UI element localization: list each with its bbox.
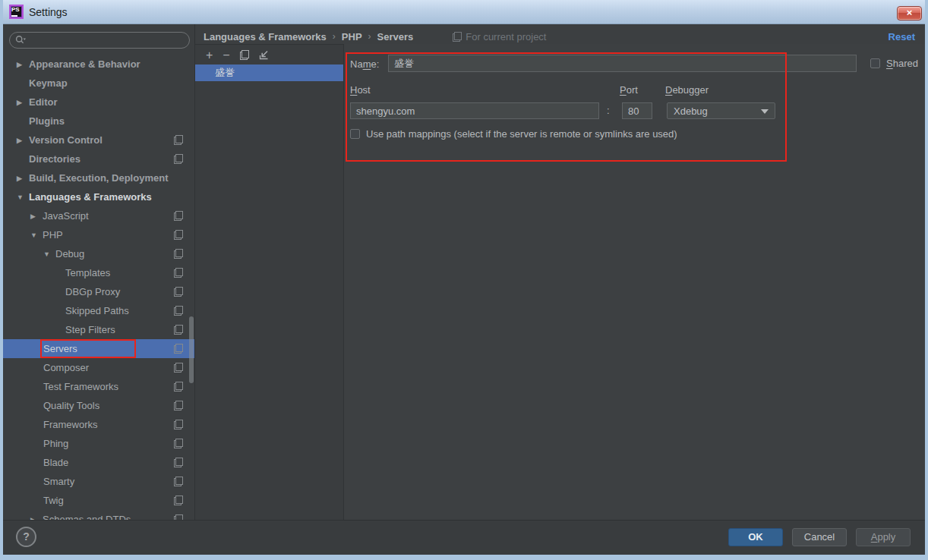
apply-button[interactable]: Apply <box>856 528 911 546</box>
sidebar-item-schemas-and-dtds[interactable]: ▶Schemas and DTDs <box>3 510 194 520</box>
current-project-icon <box>174 211 183 221</box>
help-button[interactable]: ? <box>16 527 36 547</box>
chevron-right-icon: ▶ <box>17 99 29 106</box>
sidebar-item-composer[interactable]: Composer <box>3 358 194 377</box>
current-project-icon <box>174 514 183 520</box>
sidebar-item-servers[interactable]: Servers <box>3 339 194 358</box>
sidebar-item-frameworks[interactable]: Frameworks <box>3 415 194 434</box>
sidebar-item-languages-frameworks[interactable]: ▼Languages & Frameworks <box>3 187 194 206</box>
scope-note: For current project <box>453 31 546 42</box>
dropdown-arrow-icon <box>761 109 769 114</box>
add-server-button[interactable]: + <box>206 50 213 60</box>
search-icon <box>15 35 27 46</box>
shared-checkbox-row: Shared <box>870 58 918 69</box>
debugger-label: Debugger <box>665 84 709 96</box>
sidebar-item-appearance-behavior[interactable]: ▶Appearance & Behavior <box>3 55 194 74</box>
question-icon: ? <box>23 530 30 543</box>
name-label: Name: <box>350 58 379 70</box>
current-project-icon <box>453 32 462 42</box>
copy-icon <box>240 50 249 60</box>
breadcrumb-separator-icon: › <box>333 31 336 42</box>
host-label: Host <box>350 84 371 96</box>
sidebar-item-editor[interactable]: ▶Editor <box>3 93 194 112</box>
port-field[interactable] <box>622 102 652 119</box>
sidebar-item-skipped-paths[interactable]: Skipped Paths <box>3 301 194 320</box>
current-project-icon <box>174 268 183 278</box>
close-icon: × <box>907 7 913 18</box>
settings-main-panel: Languages & Frameworks › PHP › Servers F… <box>195 24 925 520</box>
debugger-select[interactable]: Xdebug <box>667 102 775 119</box>
sidebar-item-keymap[interactable]: Keymap <box>3 74 194 93</box>
sidebar-item-build-execution-deployment[interactable]: ▶Build, Execution, Deployment <box>3 168 194 187</box>
import-from-deployment-button[interactable] <box>259 50 269 60</box>
current-project-icon <box>174 439 183 448</box>
sidebar-item-php[interactable]: ▼PHP <box>3 225 194 244</box>
breadcrumb-languages-frameworks[interactable]: Languages & Frameworks <box>204 31 327 42</box>
name-field[interactable] <box>388 55 857 72</box>
current-project-icon <box>174 401 183 411</box>
dialog-footer: ? OK Cancel Apply <box>3 520 925 555</box>
host-field[interactable] <box>350 102 599 119</box>
search-input[interactable] <box>30 35 174 46</box>
chevron-down-icon: ▼ <box>17 193 29 201</box>
sidebar-item-plugins[interactable]: Plugins <box>3 112 194 131</box>
current-project-icon <box>174 420 183 429</box>
sidebar-item-smarty[interactable]: Smarty <box>3 472 194 491</box>
current-project-icon <box>174 363 183 373</box>
server-detail-form: Name: Shared Host Port Debugger : Xdebug… <box>343 44 925 520</box>
sidebar-item-step-filters[interactable]: Step Filters <box>3 320 194 339</box>
settings-sidebar: ▶Appearance & Behavior Keymap ▶Editor Pl… <box>3 24 195 520</box>
cancel-button[interactable]: Cancel <box>792 528 847 546</box>
shared-checkbox[interactable] <box>870 58 880 68</box>
servers-toolbar: + − <box>195 45 343 64</box>
path-mappings-checkbox[interactable] <box>350 129 360 139</box>
current-project-icon <box>174 477 183 486</box>
breadcrumb-php[interactable]: PHP <box>342 31 362 42</box>
copy-server-button[interactable] <box>240 50 249 60</box>
phpstorm-app-icon: PS <box>9 5 24 19</box>
current-project-icon <box>174 496 183 505</box>
path-mappings-row: Use path mappings (select if the server … <box>350 128 677 140</box>
settings-tree: ▶Appearance & Behavior Keymap ▶Editor Pl… <box>3 55 194 520</box>
sidebar-item-directories[interactable]: Directories <box>3 149 194 168</box>
shared-label: Shared <box>886 58 918 69</box>
current-project-icon <box>174 154 183 164</box>
servers-list-panel: + − 盛誉 <box>195 44 343 520</box>
breadcrumb: Languages & Frameworks › PHP › Servers F… <box>195 27 925 46</box>
current-project-icon <box>174 230 183 240</box>
close-button[interactable]: × <box>897 6 922 20</box>
current-project-icon <box>174 135 183 145</box>
current-project-icon <box>174 458 183 467</box>
sidebar-item-quality-tools[interactable]: Quality Tools <box>3 396 194 415</box>
sidebar-scrollbar-thumb[interactable] <box>189 316 194 383</box>
sidebar-item-dbgp-proxy[interactable]: DBGp Proxy <box>3 282 194 301</box>
chevron-right-icon: ▶ <box>17 175 29 182</box>
sidebar-item-version-control[interactable]: ▶Version Control <box>3 131 194 149</box>
chevron-right-icon: ▶ <box>30 212 43 220</box>
path-mappings-label: Use path mappings (select if the server … <box>366 128 677 140</box>
settings-search-box[interactable] <box>9 32 190 49</box>
current-project-icon <box>174 344 183 354</box>
sidebar-item-javascript[interactable]: ▶JavaScript <box>3 206 194 225</box>
ok-button[interactable]: OK <box>728 528 783 546</box>
breadcrumb-servers[interactable]: Servers <box>377 31 414 42</box>
sidebar-item-templates[interactable]: Templates <box>3 263 194 282</box>
server-list-item[interactable]: 盛誉 <box>195 64 343 81</box>
chevron-right-icon: ▶ <box>17 137 29 144</box>
chevron-right-icon: ▶ <box>17 61 29 68</box>
reset-link[interactable]: Reset <box>889 31 915 42</box>
window-title: Settings <box>29 6 68 18</box>
current-project-icon <box>174 382 183 392</box>
current-project-icon <box>174 325 183 335</box>
import-arrow-icon <box>259 50 269 60</box>
chevron-down-icon: ▼ <box>30 231 43 239</box>
sidebar-item-phing[interactable]: Phing <box>3 434 194 453</box>
sidebar-item-twig[interactable]: Twig <box>3 491 194 510</box>
remove-server-button[interactable]: − <box>223 50 229 60</box>
sidebar-item-debug[interactable]: ▼Debug <box>3 244 194 263</box>
sidebar-item-blade[interactable]: Blade <box>3 453 194 472</box>
current-project-icon <box>174 306 183 316</box>
sidebar-item-test-frameworks[interactable]: Test Frameworks <box>3 377 194 396</box>
settings-dialog: PS Settings × ▶Appearance & Behavior Key… <box>0 0 928 560</box>
current-project-icon <box>174 249 183 259</box>
